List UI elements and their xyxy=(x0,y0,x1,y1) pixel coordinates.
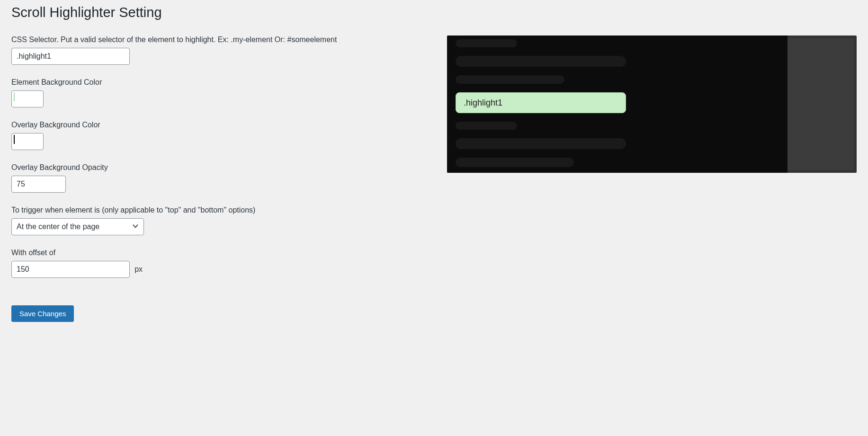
preview-box: .highlight1 xyxy=(447,36,857,173)
preview-highlighted-row: .highlight1 xyxy=(456,92,626,113)
overlay-bg-swatch-inner xyxy=(14,135,15,144)
preview-bar xyxy=(456,75,564,84)
offset-label: With offset of xyxy=(11,249,428,257)
element-bg-color-picker[interactable] xyxy=(11,90,44,107)
preview-highlight-text: .highlight1 xyxy=(464,98,502,108)
element-bg-label: Element Background Color xyxy=(11,78,428,87)
css-selector-label: CSS Selector. Put a valid selector of th… xyxy=(11,36,428,44)
preview-bar xyxy=(456,122,517,130)
preview-bar xyxy=(456,39,517,47)
overlay-opacity-label: Overlay Background Opacity xyxy=(11,163,428,172)
trigger-select[interactable]: At the center of the page xyxy=(11,218,144,235)
overlay-opacity-input[interactable] xyxy=(11,176,66,193)
preview-scrollbar xyxy=(787,38,854,170)
element-bg-swatch-inner xyxy=(14,92,15,101)
settings-form: CSS Selector. Put a valid selector of th… xyxy=(11,36,428,322)
preview-bar xyxy=(456,158,574,167)
trigger-label: To trigger when element is (only applica… xyxy=(11,206,428,214)
preview-bar xyxy=(456,56,626,67)
page-title: Scroll Highlighter Setting xyxy=(11,5,857,20)
save-button[interactable]: Save Changes xyxy=(11,305,74,322)
offset-input[interactable] xyxy=(11,261,130,278)
preview-bar xyxy=(456,138,626,149)
overlay-bg-color-picker[interactable] xyxy=(11,133,44,150)
overlay-bg-label: Overlay Background Color xyxy=(11,121,428,129)
offset-unit: px xyxy=(134,265,143,273)
css-selector-input[interactable] xyxy=(11,48,130,65)
